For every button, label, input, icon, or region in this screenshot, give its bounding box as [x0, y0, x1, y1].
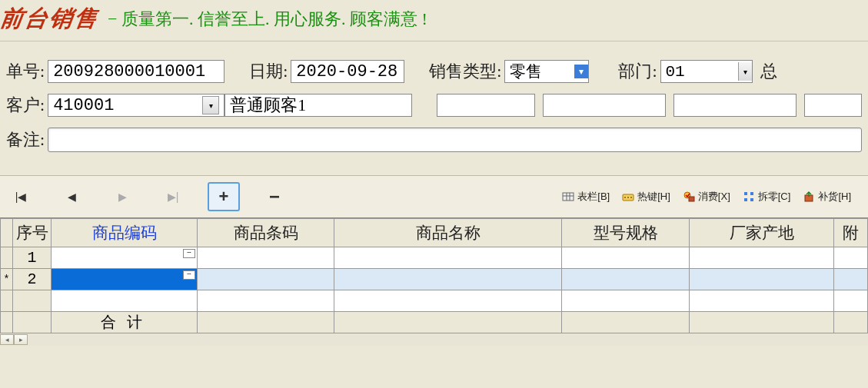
action-label: 表栏[B] [577, 190, 610, 204]
column-header[interactable]: 附 [834, 219, 868, 247]
svg-point-7 [630, 197, 632, 198]
grid-icon [562, 191, 574, 203]
dept-value: 01 [666, 63, 735, 81]
customer-name-input[interactable] [224, 94, 412, 117]
scroll-right-icon[interactable]: ▸ [14, 334, 28, 345]
grid-cell[interactable] [562, 269, 690, 290]
svg-rect-11 [750, 192, 753, 195]
table-row [1, 290, 868, 312]
seq-cell: 1 [13, 247, 52, 269]
dept-select[interactable]: 01 ▾ [660, 60, 753, 83]
split-icon [743, 191, 755, 203]
remark-input[interactable] [48, 128, 862, 152]
keyboard-button[interactable]: 热键[H] [622, 190, 670, 204]
remark-label: 备注: [6, 128, 45, 151]
grid-toolbar: |◀ ◀ ▶ ▶| + − 表栏[B]热键[H]消费[X]拆零[C]补货[H] [0, 175, 868, 217]
column-header[interactable]: 商品条码 [198, 219, 334, 247]
readonly-field-2 [543, 94, 666, 117]
split-button[interactable]: 拆零[C] [743, 190, 791, 204]
sale-type-select[interactable]: 零售 ▾ [504, 60, 589, 83]
column-header[interactable]: 商品名称 [334, 219, 562, 247]
horizontal-scrollbar[interactable]: ◂ ▸ [0, 333, 868, 346]
data-grid[interactable]: 序号商品编码商品条码商品名称型号规格厂家产地附 1⋯*2⋯合计 ◂ ▸ [0, 217, 868, 346]
svg-point-5 [624, 197, 626, 198]
grid-cell[interactable] [834, 269, 868, 290]
grid-cell [690, 290, 834, 312]
table-row[interactable]: *2⋯ [1, 269, 868, 290]
svg-rect-10 [744, 192, 747, 195]
order-no-input[interactable] [48, 60, 224, 83]
nav-first-button[interactable]: |◀ [5, 182, 37, 211]
page-title: 前台销售 [0, 3, 101, 35]
row-header [1, 247, 13, 269]
svg-rect-12 [744, 198, 747, 201]
total-label: 合计 [52, 312, 198, 333]
grid-cell [690, 312, 834, 333]
restock-icon [803, 191, 815, 203]
scroll-left-icon[interactable]: ◂ [0, 334, 14, 345]
grid-cell[interactable] [198, 269, 334, 290]
add-row-button[interactable]: + [208, 182, 240, 211]
nav-next-button[interactable]: ▶ [106, 182, 138, 211]
sale-type-label: 销售类型: [429, 60, 501, 83]
grid-cell [562, 290, 690, 312]
readonly-field-4 [804, 94, 862, 117]
grid-cell[interactable] [834, 247, 868, 269]
grid-cell [834, 312, 868, 333]
cart-button[interactable]: 消费[X] [683, 190, 730, 204]
action-label: 补货[H] [818, 190, 851, 204]
column-header[interactable]: 商品编码 [52, 219, 198, 247]
grid-cell [334, 312, 562, 333]
grid-cell[interactable] [690, 269, 834, 290]
column-header[interactable]: 型号规格 [562, 219, 690, 247]
grid-cell[interactable] [198, 247, 334, 269]
column-header[interactable]: 厂家产地 [690, 219, 834, 247]
svg-point-6 [627, 197, 629, 198]
grid-cell [13, 290, 52, 312]
grid-cell [52, 290, 198, 312]
row-header: * [1, 269, 13, 290]
ellipsis-icon[interactable]: ⋯ [183, 270, 195, 280]
grid-cell [834, 290, 868, 312]
customer-label: 客户: [6, 94, 45, 117]
svg-rect-9 [689, 197, 694, 201]
grid-button[interactable]: 表栏[B] [562, 190, 610, 204]
grid-cell[interactable] [562, 247, 690, 269]
svg-rect-13 [750, 198, 753, 201]
restock-button[interactable]: 补货[H] [803, 190, 851, 204]
customer-code-input[interactable] [48, 95, 201, 115]
cart-icon [683, 191, 695, 203]
nav-last-button[interactable]: ▶| [157, 182, 189, 211]
customer-code-combo[interactable]: ▾ [48, 94, 224, 117]
grid-cell [198, 290, 334, 312]
action-label: 消费[X] [698, 190, 730, 204]
sale-type-value: 零售 [510, 61, 570, 82]
form-area: 单号: 日期: 销售类型: 零售 ▾ 部门: 01 ▾ 总 客户: ▾ 备注: [0, 41, 868, 171]
grid-cell [562, 312, 690, 333]
grid-cell [198, 312, 334, 333]
grid-cell[interactable]: ⋯ [52, 247, 198, 269]
order-no-label: 单号: [6, 60, 45, 83]
grid-cell[interactable] [334, 269, 562, 290]
table-row[interactable]: 1⋯ [1, 247, 868, 269]
readonly-field-1 [437, 94, 535, 117]
date-label: 日期: [249, 60, 288, 83]
ellipsis-icon[interactable]: ⋯ [183, 249, 195, 258]
remove-row-button[interactable]: − [258, 182, 291, 211]
readonly-field-3 [673, 94, 796, 117]
column-header[interactable]: 序号 [13, 219, 52, 247]
chevron-down-icon[interactable]: ▾ [738, 62, 752, 81]
grid-cell[interactable] [334, 247, 562, 269]
nav-prev-button[interactable]: ◀ [55, 182, 88, 211]
action-label: 热键[H] [637, 190, 670, 204]
grid-cell[interactable] [690, 247, 834, 269]
date-input[interactable] [291, 60, 404, 83]
grid-cell[interactable]: ⋯ [52, 269, 198, 290]
header-slogan: − 质量第一. 信誉至上. 用心服务. 顾客满意 ! [108, 8, 427, 31]
chevron-down-icon[interactable]: ▾ [574, 65, 588, 78]
action-label: 拆零[C] [758, 190, 791, 204]
chevron-down-icon[interactable]: ▾ [202, 96, 219, 114]
dept-label: 部门: [618, 60, 657, 83]
seq-cell: 2 [13, 269, 52, 290]
svg-rect-0 [563, 193, 574, 201]
